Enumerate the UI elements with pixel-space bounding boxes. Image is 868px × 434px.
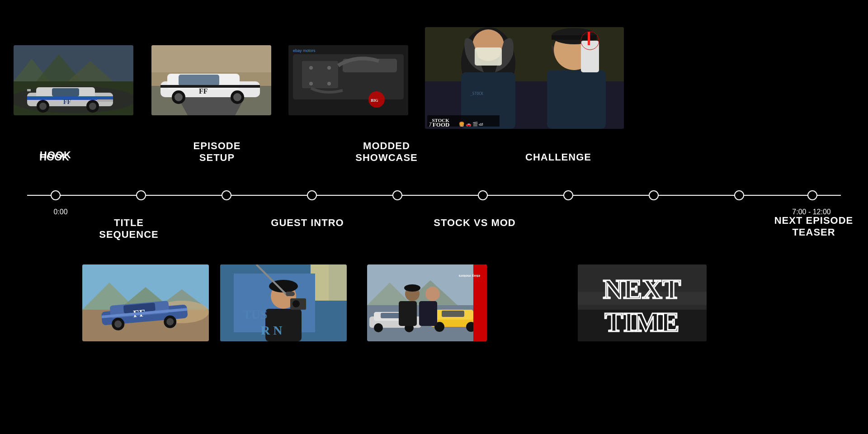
svg-text:R N: R N — [261, 323, 282, 337]
challenge-label: CHALLENGE — [525, 151, 591, 163]
timeline-node-4[interactable] — [392, 190, 402, 200]
svg-rect-24 — [160, 85, 260, 88]
svg-rect-8 — [52, 88, 79, 96]
svg-point-37 — [309, 82, 313, 85]
svg-rect-51 — [547, 70, 606, 129]
next-episode-teaser-label: NEXT EPISODETEASER — [774, 215, 854, 239]
svg-point-54 — [581, 32, 599, 50]
timeline-node-7[interactable] — [649, 190, 659, 200]
time-end: 7:00 - 12:00 — [792, 208, 830, 216]
svg-rect-23 — [179, 75, 219, 86]
svg-text:ebay motors: ebay motors — [293, 48, 316, 53]
svg-point-82 — [292, 300, 300, 307]
timeline-node-8[interactable] — [734, 190, 744, 200]
episode-setup-thumbnail[interactable]: FF — [151, 45, 271, 115]
svg-rect-98 — [381, 313, 401, 318]
svg-text:🍔 🚗 🎬 🏎: 🍔 🚗 🎬 🏎 — [459, 121, 483, 127]
modded-showcase-label: MODDEDSHOWCASE — [355, 140, 418, 164]
stock-vs-mod-thumbnail[interactable]: ebay motors — [367, 264, 487, 341]
guest-intro-thumbnail[interactable]: TUS R N — [220, 264, 347, 341]
timeline-node-2[interactable] — [222, 190, 231, 200]
svg-rect-103 — [399, 301, 417, 326]
svg-text:TIME: TIME — [604, 307, 679, 337]
svg-text:/ FOOD: / FOOD — [429, 121, 449, 128]
modded-showcase-thumbnail[interactable]: ebay motors BIG — [288, 45, 408, 115]
svg-text:FF: FF — [63, 99, 71, 105]
svg-point-27 — [175, 93, 183, 101]
svg-point-99 — [374, 323, 383, 332]
timeline-node-5[interactable] — [478, 190, 488, 200]
svg-rect-20 — [151, 45, 271, 72]
svg-point-104 — [425, 287, 440, 301]
timeline-node-1[interactable] — [136, 190, 146, 200]
svg-point-35 — [309, 66, 313, 70]
svg-rect-76 — [329, 264, 347, 301]
timeline-line — [27, 194, 841, 196]
hook-label: HOOK — [39, 151, 69, 163]
svg-point-38 — [327, 82, 331, 85]
svg-text:TUS: TUS — [243, 307, 267, 321]
title-sequence-label: TITLESEQUENCE — [99, 217, 158, 241]
svg-point-29 — [233, 93, 241, 101]
svg-text:FF: FF — [199, 87, 208, 95]
timeline-node-3[interactable] — [307, 190, 317, 200]
svg-rect-45 — [475, 47, 502, 66]
svg-point-14 — [39, 103, 47, 110]
svg-text:BIG: BIG — [371, 98, 378, 103]
timeline-node-0[interactable] — [51, 190, 61, 200]
svg-rect-11 — [27, 89, 31, 91]
svg-point-102 — [404, 284, 420, 292]
svg-point-16 — [89, 103, 96, 110]
timeline-node-9[interactable] — [807, 190, 817, 200]
svg-text:NEXT: NEXT — [603, 274, 681, 304]
time-start: 0:00 — [53, 208, 67, 216]
svg-rect-93 — [442, 311, 464, 317]
svg-rect-105 — [419, 301, 437, 326]
stock-vs-mod-label: STOCK VS MOD — [434, 217, 516, 229]
svg-rect-10 — [97, 99, 113, 102]
title-sequence-thumbnail[interactable]: FF — [82, 264, 209, 341]
svg-text:_STOCK: _STOCK — [470, 92, 483, 96]
timeline-node-6[interactable] — [563, 190, 573, 200]
challenge-thumbnail[interactable]: _STOCK _STOCK / FOOD 🍔 🚗 🎬 🏎 — [425, 27, 624, 129]
svg-text:ebay motors: ebay motors — [458, 274, 480, 278]
episode-setup-label: EPISODESETUP — [193, 140, 241, 164]
guest-intro-label: GUEST INTRO — [271, 217, 344, 229]
svg-rect-32 — [302, 61, 338, 88]
timeline-container: FF — [0, 0, 868, 434]
svg-rect-84 — [286, 292, 295, 296]
svg-point-36 — [327, 66, 331, 70]
next-episode-teaser-thumbnail[interactable]: NEXT TIME — [578, 264, 707, 341]
hook-thumbnail[interactable]: FF — [14, 45, 133, 115]
